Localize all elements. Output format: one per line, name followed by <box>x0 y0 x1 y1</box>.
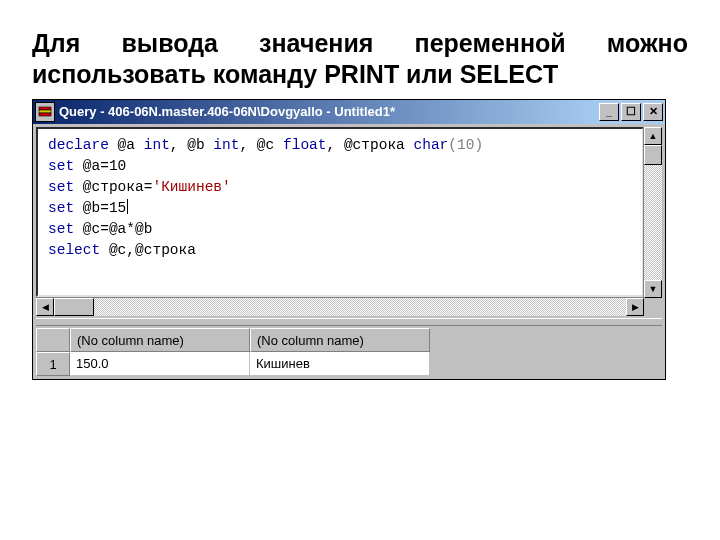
results-grid: (No column name) (No column name) 1 150.… <box>36 328 662 376</box>
grid-cell[interactable]: Кишинев <box>250 352 430 376</box>
vertical-scrollbar[interactable]: ▲ ▼ <box>643 127 662 298</box>
maximize-button[interactable]: ☐ <box>621 103 641 121</box>
svg-rect-2 <box>39 113 51 116</box>
column-header[interactable]: (No column name) <box>250 328 430 352</box>
text-cursor <box>127 199 128 214</box>
sql-editor[interactable]: declare @a int, @b int, @c float, @строк… <box>36 127 644 297</box>
grid-cell[interactable]: 150.0 <box>70 352 250 376</box>
scroll-down-button[interactable]: ▼ <box>644 280 662 298</box>
horizontal-thumb[interactable] <box>54 298 94 316</box>
scroll-left-button[interactable]: ◀ <box>36 298 54 316</box>
titlebar[interactable]: Query - 406-06N.master.406-06N\Dovgyallo… <box>33 100 665 124</box>
app-icon <box>35 102 55 122</box>
vertical-track[interactable] <box>644 165 662 280</box>
svg-rect-1 <box>39 110 51 113</box>
scrollbar-corner <box>644 298 662 316</box>
query-window: Query - 406-06N.master.406-06N\Dovgyallo… <box>32 99 666 380</box>
pane-splitter[interactable] <box>36 318 662 326</box>
scroll-up-button[interactable]: ▲ <box>644 127 662 145</box>
scroll-right-button[interactable]: ▶ <box>626 298 644 316</box>
close-button[interactable]: ✕ <box>643 103 663 121</box>
vertical-thumb[interactable] <box>644 145 662 165</box>
svg-rect-0 <box>39 107 51 110</box>
horizontal-scrollbar[interactable]: ◀ ▶ <box>36 297 662 316</box>
row-number[interactable]: 1 <box>36 352 70 376</box>
horizontal-track[interactable] <box>94 298 626 316</box>
minimize-button[interactable]: _ <box>599 103 619 121</box>
row-header-corner <box>36 328 70 352</box>
column-header[interactable]: (No column name) <box>70 328 250 352</box>
slide-heading: Для вывода значения переменной можно исп… <box>32 28 688 91</box>
window-title: Query - 406-06N.master.406-06N\Dovgyallo… <box>59 104 599 119</box>
